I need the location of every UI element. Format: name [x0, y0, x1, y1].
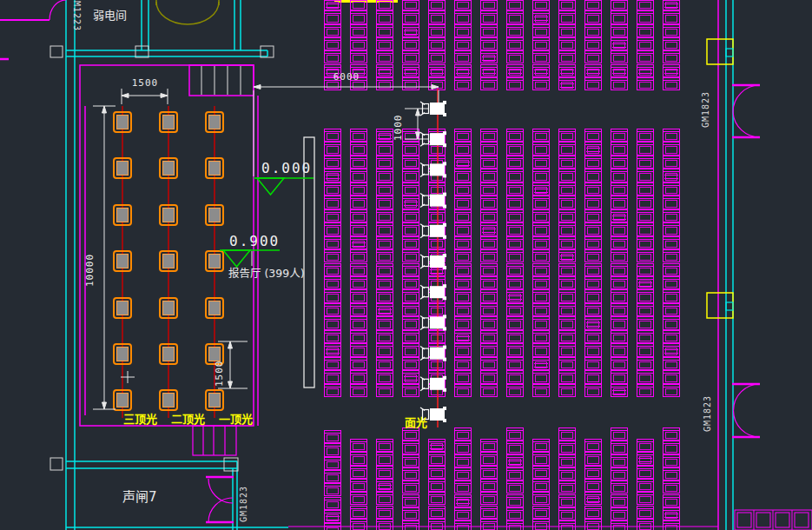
- label-top-light-1: 一顶光: [219, 414, 253, 425]
- room-label-sound-lock: 声闸7: [122, 491, 157, 504]
- door-code-bottom: GM1823: [240, 479, 248, 522]
- elevation-marker-stage: [220, 250, 280, 267]
- dim-text-1500-top: 1500: [123, 78, 167, 88]
- room-label-weak-electric: 弱电间: [93, 10, 127, 21]
- label-top-light-3: 三顶光: [123, 414, 157, 425]
- front-light-fixture: [420, 376, 446, 392]
- door-code-right-bottom: GM1823: [703, 392, 712, 432]
- front-light-fixture: [420, 315, 446, 330]
- dim-text-10000: 10000: [85, 236, 95, 287]
- front-light-fixture: [420, 193, 446, 209]
- dim-text-1000: 1000: [393, 108, 403, 141]
- door-code-top-left: M1223: [72, 1, 81, 48]
- dim-text-6000: 6000: [325, 72, 368, 82]
- front-light-fixture: [420, 223, 446, 239]
- front-light-fixture: [420, 284, 446, 300]
- front-light-fixture: [420, 346, 446, 361]
- door-code-right-top: GM1823: [702, 88, 710, 128]
- label-top-light-2: 二顶光: [171, 414, 205, 425]
- front-light-row: [420, 101, 446, 422]
- dim-10000: [93, 106, 116, 409]
- elevation-text-stage: 0.900: [229, 235, 280, 248]
- cad-viewport[interactable]: 弱电间 M1223 声闸7 GM1823 GM1823 GM1823 报告厅 (…: [0, 0, 812, 530]
- point-marker: [121, 371, 135, 383]
- annotation-layer: [0, 0, 812, 530]
- dim-1500-top: [122, 89, 168, 104]
- dim-text-1500-bottom: 1500: [215, 345, 224, 387]
- front-light-fixture: [420, 162, 446, 177]
- label-front-light: 面光: [405, 417, 427, 428]
- elevation-text-hall: 0.000: [261, 162, 312, 176]
- hall-label: 报告厅 (399人): [228, 268, 305, 280]
- front-light-fixture: [420, 254, 446, 269]
